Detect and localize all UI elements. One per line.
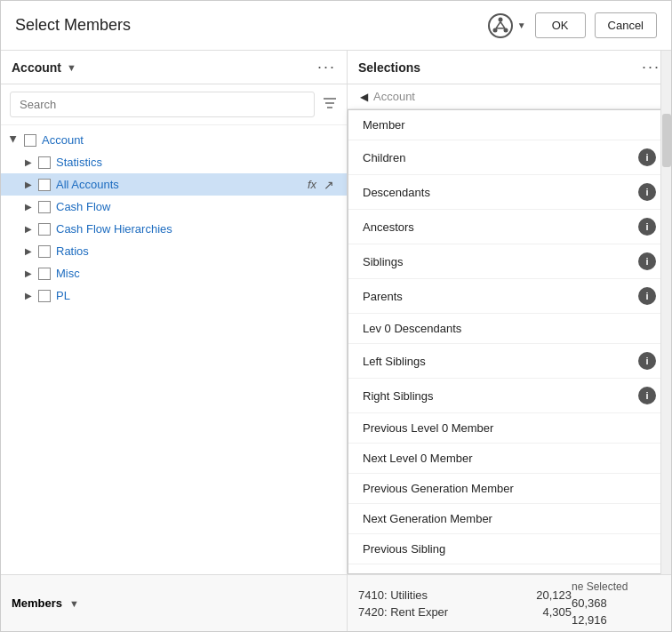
left-panel-dots-button[interactable]: ··· (317, 58, 336, 76)
data-right-val1: 60,368 (572, 596, 607, 610)
menu-item-next-gen[interactable]: Next Generation Member (348, 504, 670, 534)
menu-item-left-siblings[interactable]: Left Siblings i (348, 344, 670, 379)
tree-item-statistics[interactable]: Statistics (1, 151, 347, 173)
expand-arrow-pl[interactable] (22, 290, 35, 302)
menu-item-prev-sibling-label: Previous Sibling (363, 542, 445, 556)
menu-item-siblings[interactable]: Siblings i (348, 244, 670, 279)
expand-arrow-cash-flow[interactable] (22, 201, 35, 213)
checkbox-misc[interactable] (38, 268, 51, 280)
checkbox-cash-flow[interactable] (38, 201, 51, 213)
ok-button[interactable]: OK (535, 12, 586, 38)
menu-item-member[interactable]: Member (348, 110, 670, 140)
tree-item-cash-flow[interactable]: Cash Flow (1, 196, 347, 218)
data-label-utilities: 7410: Utilities (358, 588, 428, 602)
tree-item-pl[interactable]: PL (1, 284, 347, 307)
info-icon-siblings: i (638, 252, 656, 270)
tree-label-ratios: Ratios (56, 244, 89, 258)
menu-item-right-siblings[interactable]: Right Siblings i (348, 379, 670, 413)
right-panel-header: Selections ··· (348, 51, 671, 84)
menu-item-children-label: Children (363, 151, 405, 164)
menu-item-parents-label: Parents (363, 290, 403, 303)
data-entry-selected: ne Selected (572, 579, 660, 595)
info-icon-ancestors: i (638, 218, 656, 236)
modal-title: Select Members (15, 16, 131, 35)
data-label-rent: 7420: Rent Exper (358, 605, 448, 619)
menu-item-lev0-descendants-label: Lev 0 Descendants (363, 322, 461, 335)
scrollbar-track[interactable] (660, 51, 671, 574)
info-icon-right-siblings: i (638, 387, 656, 404)
menu-item-lev0-descendants[interactable]: Lev 0 Descendants (348, 314, 670, 344)
bottom-bar: Members ▼ 7410: Utilities 20,123 7420: R… (1, 574, 671, 631)
info-icon-left-siblings: i (638, 352, 656, 370)
scrollbar-thumb[interactable] (662, 114, 671, 167)
modal: Select Members ▼ OK Cancel (0, 0, 672, 632)
cancel-button[interactable]: Cancel (595, 12, 657, 38)
data-right-val2: 12,916 (572, 613, 607, 627)
data-value-rent: 4,305 (542, 605, 572, 619)
expand-arrow-misc[interactable] (22, 268, 35, 280)
svg-point-1 (498, 17, 502, 21)
right-panel-dots-button[interactable]: ··· (642, 58, 660, 76)
menu-item-prev-gen[interactable]: Previous Generation Member (348, 474, 670, 504)
lifecycle-chevron-icon: ▼ (517, 20, 526, 30)
breadcrumb-account: Account (373, 90, 415, 103)
menu-item-children[interactable]: Children i (348, 140, 670, 175)
tree-item-account-root[interactable]: Account (1, 129, 347, 151)
tree-label-pl: PL (56, 289, 70, 302)
left-panel-chevron-icon: ▼ (67, 62, 76, 73)
menu-item-ancestors[interactable]: Ancestors i (348, 210, 670, 244)
search-row (1, 84, 347, 125)
tree-item-misc[interactable]: Misc (1, 262, 347, 284)
tree-item-ratios[interactable]: Ratios (1, 240, 347, 262)
menu-item-next-lev0[interactable]: Next Level 0 Member (348, 444, 670, 474)
modal-header: Select Members ▼ OK Cancel (1, 1, 671, 51)
expand-arrow-ratios[interactable] (22, 245, 35, 258)
expand-arrow-statistics[interactable] (22, 156, 35, 169)
filter-icon (322, 95, 338, 111)
tree-item-all-accounts[interactable]: All Accounts fx ↗ (1, 173, 347, 196)
menu-item-prev-lev0[interactable]: Previous Level 0 Member (348, 413, 670, 444)
tree-label-all-accounts: All Accounts (56, 178, 119, 191)
breadcrumb-arrow-icon: ◀ (360, 91, 368, 103)
menu-item-next-sibling-label: Next Sibling (363, 572, 424, 574)
menu-item-next-gen-label: Next Generation Member (363, 512, 492, 525)
checkbox-all-accounts[interactable] (38, 179, 51, 191)
menu-item-member-label: Member (363, 118, 405, 132)
expand-arrow-cash-flow-hierarchies[interactable] (22, 223, 35, 236)
tree-list: Account Statistics All Accounts fx ↗ (1, 125, 347, 574)
modal-body: Account ▼ ··· (1, 51, 671, 574)
checkbox-ratios[interactable] (38, 245, 51, 258)
checkbox-cash-flow-hierarchies[interactable] (38, 223, 51, 236)
expand-arrow-account[interactable] (8, 133, 20, 146)
checkbox-account[interactable] (24, 134, 36, 147)
menu-item-ancestors-label: Ancestors (363, 220, 414, 234)
checkbox-pl[interactable] (38, 290, 51, 302)
bottom-right-values: ne Selected 60,368 12,916 (572, 579, 660, 628)
lifecycle-svg-icon (487, 12, 514, 39)
data-entry-right-val2: 12,916 (572, 612, 660, 628)
left-panel-title-group: Account ▼ (12, 60, 76, 75)
menu-item-next-lev0-label: Next Level 0 Member (363, 452, 473, 465)
tree-item-cash-flow-hierarchies[interactable]: Cash Flow Hierarchies (1, 218, 347, 240)
members-chevron-icon: ▼ (69, 598, 79, 609)
menu-item-prev-gen-label: Previous Generation Member (363, 482, 514, 495)
menu-item-left-siblings-label: Left Siblings (363, 355, 426, 368)
menu-item-right-siblings-label: Right Siblings (363, 389, 434, 403)
left-panel-header: Account ▼ ··· (1, 51, 347, 84)
menu-item-prev-lev0-label: Previous Level 0 Member (363, 421, 493, 435)
left-panel-title: Account (12, 60, 61, 75)
menu-item-parents[interactable]: Parents i (348, 279, 670, 314)
search-input[interactable] (10, 92, 315, 117)
fx-badge: fx (308, 178, 316, 191)
menu-item-prev-sibling[interactable]: Previous Sibling (348, 534, 670, 564)
checkbox-statistics[interactable] (38, 156, 51, 169)
expand-arrow-all-accounts[interactable] (22, 179, 35, 191)
filter-icon-button[interactable] (322, 95, 338, 115)
menu-item-descendants-label: Descendants (363, 186, 430, 199)
members-title: Members (12, 596, 62, 610)
lifecycle-icon-button[interactable]: ▼ (487, 12, 526, 39)
menu-item-descendants[interactable]: Descendants i (348, 175, 670, 210)
left-panel: Account ▼ ··· (1, 51, 348, 574)
menu-item-next-sibling[interactable]: Next Sibling (348, 564, 670, 574)
cursor-indicator: ↗ (324, 178, 334, 192)
